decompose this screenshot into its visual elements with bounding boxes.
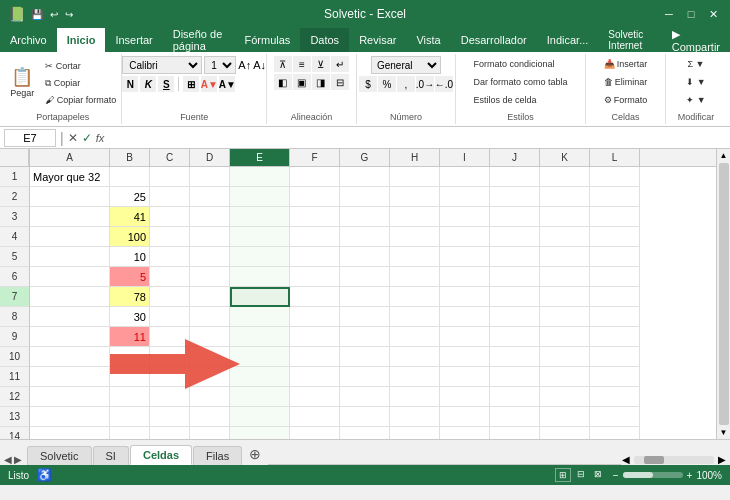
- cell-C7[interactable]: [150, 287, 190, 307]
- confirm-formula-icon[interactable]: ✓: [82, 131, 92, 145]
- horizontal-scroll-left[interactable]: ◀: [622, 454, 630, 465]
- col-header-F[interactable]: F: [290, 149, 340, 166]
- cell-B5[interactable]: 10: [110, 247, 150, 267]
- cell-G10[interactable]: [340, 347, 390, 367]
- cell-E7[interactable]: [230, 287, 290, 307]
- cell-J7[interactable]: [490, 287, 540, 307]
- number-format-select[interactable]: General: [371, 56, 441, 74]
- cell-A8[interactable]: [30, 307, 110, 327]
- col-header-A[interactable]: A: [30, 149, 110, 166]
- cell-C4[interactable]: [150, 227, 190, 247]
- cell-G5[interactable]: [340, 247, 390, 267]
- cell-F1[interactable]: [290, 167, 340, 187]
- page-break-button[interactable]: ⊠: [591, 468, 605, 482]
- formato-button[interactable]: ⚙ Formato: [600, 92, 652, 108]
- cell-K9[interactable]: [540, 327, 590, 347]
- merge-cells-button[interactable]: ⊟: [331, 74, 349, 90]
- cell-E4[interactable]: [230, 227, 290, 247]
- row-2[interactable]: 2: [0, 187, 29, 207]
- tab-formulas[interactable]: Fórmulas: [235, 28, 301, 52]
- select-all-corner[interactable]: [0, 149, 29, 167]
- normal-view-button[interactable]: ⊞: [555, 468, 571, 482]
- scroll-thumb[interactable]: [719, 163, 729, 425]
- cell-L3[interactable]: [590, 207, 640, 227]
- cell-reference-input[interactable]: [4, 129, 56, 147]
- cell-C10[interactable]: [150, 347, 190, 367]
- sheet-tab-si[interactable]: SI: [93, 446, 129, 465]
- cell-L5[interactable]: [590, 247, 640, 267]
- cell-D2[interactable]: [190, 187, 230, 207]
- cell-L1[interactable]: [590, 167, 640, 187]
- minimize-button[interactable]: ─: [660, 6, 678, 22]
- cell-H4[interactable]: [390, 227, 440, 247]
- cell-F9[interactable]: [290, 327, 340, 347]
- formula-input[interactable]: [108, 129, 726, 147]
- cell-J3[interactable]: [490, 207, 540, 227]
- tab-desarrollador[interactable]: Desarrollador: [451, 28, 537, 52]
- cell-E3[interactable]: [230, 207, 290, 227]
- cell-E9[interactable]: [230, 327, 290, 347]
- cell-K4[interactable]: [540, 227, 590, 247]
- zoom-out-button[interactable]: −: [613, 470, 619, 481]
- cell-B2[interactable]: 25: [110, 187, 150, 207]
- cell-B10[interactable]: [110, 347, 150, 367]
- font-size-select[interactable]: 11: [204, 56, 236, 74]
- format-painter-button[interactable]: 🖌 Copiar formato: [41, 92, 120, 108]
- cell-F10[interactable]: [290, 347, 340, 367]
- cell-A7[interactable]: [30, 287, 110, 307]
- scroll-tabs-left-button[interactable]: ◀: [4, 454, 12, 465]
- row-14[interactable]: 14: [0, 427, 29, 439]
- tab-revisar[interactable]: Revisar: [349, 28, 406, 52]
- italic-button[interactable]: K: [140, 76, 156, 92]
- row-6[interactable]: 6: [0, 267, 29, 287]
- increase-decimal-button[interactable]: .0→: [416, 76, 434, 92]
- row-4[interactable]: 4: [0, 227, 29, 247]
- row-9[interactable]: 9: [0, 327, 29, 347]
- cell-F4[interactable]: [290, 227, 340, 247]
- cell-B3[interactable]: 41: [110, 207, 150, 227]
- tab-compartir[interactable]: ▶ Compartir: [662, 28, 730, 52]
- cell-A2[interactable]: [30, 187, 110, 207]
- cell-L6[interactable]: [590, 267, 640, 287]
- cut-button[interactable]: ✂ Cortar: [41, 58, 120, 74]
- cell-D6[interactable]: [190, 267, 230, 287]
- tab-insertar[interactable]: Insertar: [105, 28, 162, 52]
- row-10[interactable]: 10: [0, 347, 29, 367]
- col-header-E[interactable]: E: [230, 149, 290, 166]
- align-top-button[interactable]: ⊼: [274, 56, 292, 72]
- cell-L2[interactable]: [590, 187, 640, 207]
- cell-B8[interactable]: 30: [110, 307, 150, 327]
- cell-H6[interactable]: [390, 267, 440, 287]
- col-header-K[interactable]: K: [540, 149, 590, 166]
- cell-J6[interactable]: [490, 267, 540, 287]
- autosum-button[interactable]: Σ ▼: [684, 56, 709, 72]
- copy-button[interactable]: ⧉ Copiar: [41, 75, 120, 91]
- cell-L4[interactable]: [590, 227, 640, 247]
- font-color-button[interactable]: A▼: [219, 76, 235, 92]
- tab-diseno[interactable]: Diseño de página: [163, 28, 235, 52]
- cell-J2[interactable]: [490, 187, 540, 207]
- row-8[interactable]: 8: [0, 307, 29, 327]
- cell-B9[interactable]: 11: [110, 327, 150, 347]
- fill-button[interactable]: ⬇ ▼: [682, 74, 709, 90]
- cell-I8[interactable]: [440, 307, 490, 327]
- scroll-tabs-right-button[interactable]: ▶: [14, 454, 22, 465]
- cell-K10[interactable]: [540, 347, 590, 367]
- redo-icon[interactable]: ↪: [63, 8, 75, 21]
- cell-H2[interactable]: [390, 187, 440, 207]
- cell-A3[interactable]: [30, 207, 110, 227]
- row-3[interactable]: 3: [0, 207, 29, 227]
- cell-J10[interactable]: [490, 347, 540, 367]
- comma-button[interactable]: ,: [397, 76, 415, 92]
- decrease-font-icon[interactable]: A↓: [253, 59, 266, 71]
- bold-button[interactable]: N: [122, 76, 138, 92]
- col-header-D[interactable]: D: [190, 149, 230, 166]
- align-left-button[interactable]: ◧: [274, 74, 292, 90]
- cell-D3[interactable]: [190, 207, 230, 227]
- underline-button[interactable]: S: [158, 76, 174, 92]
- sheet-tab-celdas[interactable]: Celdas: [130, 445, 192, 465]
- cell-H7[interactable]: [390, 287, 440, 307]
- clear-button[interactable]: ✦ ▼: [682, 92, 709, 108]
- cell-B6[interactable]: 5: [110, 267, 150, 287]
- tab-indicar[interactable]: Indicar...: [537, 28, 599, 52]
